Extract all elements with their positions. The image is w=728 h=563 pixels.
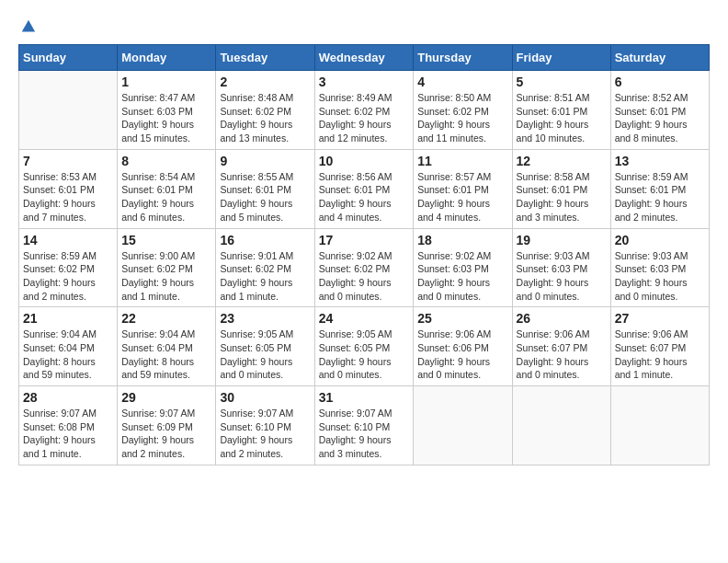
calendar-cell: 28Sunrise: 9:07 AMSunset: 6:08 PMDayligh… <box>19 386 118 465</box>
day-number: 30 <box>220 390 310 405</box>
calendar-cell: 30Sunrise: 9:07 AMSunset: 6:10 PMDayligh… <box>216 386 314 465</box>
calendar-cell: 29Sunrise: 9:07 AMSunset: 6:09 PMDayligh… <box>118 386 216 465</box>
day-info: Sunrise: 8:59 AMSunset: 6:01 PMDaylight:… <box>615 170 705 224</box>
calendar-cell: 5Sunrise: 8:51 AMSunset: 6:01 PMDaylight… <box>512 71 610 150</box>
calendar-cell: 2Sunrise: 8:48 AMSunset: 6:02 PMDaylight… <box>216 71 314 150</box>
calendar-cell: 22Sunrise: 9:04 AMSunset: 6:04 PMDayligh… <box>118 307 216 386</box>
day-info: Sunrise: 9:07 AMSunset: 6:10 PMDaylight:… <box>319 407 410 461</box>
day-info: Sunrise: 9:06 AMSunset: 6:07 PMDaylight:… <box>615 327 705 382</box>
calendar-cell: 12Sunrise: 8:58 AMSunset: 6:01 PMDayligh… <box>512 149 610 228</box>
day-number: 1 <box>121 75 211 89</box>
day-number: 25 <box>417 311 507 326</box>
logo <box>18 18 37 35</box>
day-number: 2 <box>220 75 310 89</box>
page-header <box>18 18 710 35</box>
calendar-cell <box>414 386 512 465</box>
day-number: 3 <box>319 75 410 89</box>
day-number: 18 <box>417 233 507 247</box>
calendar-cell: 6Sunrise: 8:52 AMSunset: 6:01 PMDaylight… <box>610 71 709 150</box>
day-header-saturday: Saturday <box>610 45 709 71</box>
day-info: Sunrise: 9:02 AMSunset: 6:02 PMDaylight:… <box>319 249 410 304</box>
day-number: 23 <box>220 311 310 326</box>
day-info: Sunrise: 8:50 AMSunset: 6:02 PMDaylight:… <box>417 91 507 145</box>
calendar-cell: 25Sunrise: 9:06 AMSunset: 6:06 PMDayligh… <box>414 307 512 386</box>
logo-icon <box>20 18 37 35</box>
day-header-sunday: Sunday <box>19 45 118 71</box>
day-number: 15 <box>121 233 211 247</box>
day-info: Sunrise: 9:07 AMSunset: 6:08 PMDaylight:… <box>23 407 113 461</box>
day-number: 7 <box>23 154 113 168</box>
day-number: 9 <box>220 154 310 168</box>
day-number: 24 <box>319 311 410 326</box>
day-number: 6 <box>615 75 705 89</box>
day-info: Sunrise: 8:59 AMSunset: 6:02 PMDaylight:… <box>23 249 113 304</box>
day-info: Sunrise: 9:04 AMSunset: 6:04 PMDaylight:… <box>121 327 211 382</box>
calendar-cell: 24Sunrise: 9:05 AMSunset: 6:05 PMDayligh… <box>314 307 414 386</box>
calendar-cell <box>610 386 709 465</box>
calendar-cell: 3Sunrise: 8:49 AMSunset: 6:02 PMDaylight… <box>314 71 414 150</box>
calendar-cell: 26Sunrise: 9:06 AMSunset: 6:07 PMDayligh… <box>512 307 610 386</box>
day-number: 8 <box>121 154 211 168</box>
day-number: 5 <box>517 75 607 89</box>
calendar-cell: 13Sunrise: 8:59 AMSunset: 6:01 PMDayligh… <box>610 149 709 228</box>
day-info: Sunrise: 9:05 AMSunset: 6:05 PMDaylight:… <box>319 327 410 382</box>
day-number: 22 <box>121 311 211 326</box>
day-info: Sunrise: 9:05 AMSunset: 6:05 PMDaylight:… <box>220 327 310 382</box>
day-number: 13 <box>615 154 705 168</box>
day-info: Sunrise: 8:49 AMSunset: 6:02 PMDaylight:… <box>319 91 410 145</box>
day-number: 17 <box>319 233 410 247</box>
calendar-cell: 23Sunrise: 9:05 AMSunset: 6:05 PMDayligh… <box>216 307 314 386</box>
day-number: 4 <box>417 75 507 89</box>
calendar-cell: 4Sunrise: 8:50 AMSunset: 6:02 PMDaylight… <box>414 71 512 150</box>
day-info: Sunrise: 8:52 AMSunset: 6:01 PMDaylight:… <box>615 91 705 145</box>
day-info: Sunrise: 9:07 AMSunset: 6:09 PMDaylight:… <box>121 407 211 461</box>
calendar-cell: 10Sunrise: 8:56 AMSunset: 6:01 PMDayligh… <box>314 149 414 228</box>
day-info: Sunrise: 9:03 AMSunset: 6:03 PMDaylight:… <box>517 249 607 304</box>
day-info: Sunrise: 9:02 AMSunset: 6:03 PMDaylight:… <box>417 249 507 304</box>
day-number: 16 <box>220 233 310 247</box>
calendar-cell: 1Sunrise: 8:47 AMSunset: 6:03 PMDaylight… <box>118 71 216 150</box>
day-number: 28 <box>23 390 113 405</box>
calendar-cell <box>512 386 610 465</box>
calendar-cell <box>19 71 118 150</box>
day-info: Sunrise: 8:48 AMSunset: 6:02 PMDaylight:… <box>220 91 310 145</box>
day-info: Sunrise: 9:04 AMSunset: 6:04 PMDaylight:… <box>23 327 113 382</box>
day-info: Sunrise: 9:00 AMSunset: 6:02 PMDaylight:… <box>121 249 211 304</box>
day-header-thursday: Thursday <box>414 45 512 71</box>
day-info: Sunrise: 9:03 AMSunset: 6:03 PMDaylight:… <box>615 249 705 304</box>
calendar-cell: 20Sunrise: 9:03 AMSunset: 6:03 PMDayligh… <box>610 228 709 307</box>
day-number: 27 <box>615 311 705 326</box>
day-number: 10 <box>319 154 410 168</box>
day-number: 14 <box>23 233 113 247</box>
calendar-cell: 31Sunrise: 9:07 AMSunset: 6:10 PMDayligh… <box>314 386 414 465</box>
calendar-table: SundayMondayTuesdayWednesdayThursdayFrid… <box>18 44 710 465</box>
svg-marker-0 <box>22 20 35 32</box>
day-info: Sunrise: 8:58 AMSunset: 6:01 PMDaylight:… <box>517 170 607 224</box>
day-header-monday: Monday <box>118 45 216 71</box>
day-info: Sunrise: 8:54 AMSunset: 6:01 PMDaylight:… <box>121 170 211 224</box>
day-number: 12 <box>517 154 607 168</box>
day-info: Sunrise: 9:07 AMSunset: 6:10 PMDaylight:… <box>220 407 310 461</box>
day-info: Sunrise: 8:56 AMSunset: 6:01 PMDaylight:… <box>319 170 410 224</box>
calendar-cell: 14Sunrise: 8:59 AMSunset: 6:02 PMDayligh… <box>19 228 118 307</box>
day-info: Sunrise: 9:06 AMSunset: 6:07 PMDaylight:… <box>517 327 607 382</box>
calendar-cell: 21Sunrise: 9:04 AMSunset: 6:04 PMDayligh… <box>19 307 118 386</box>
day-number: 20 <box>615 233 705 247</box>
day-info: Sunrise: 8:55 AMSunset: 6:01 PMDaylight:… <box>220 170 310 224</box>
calendar-cell: 17Sunrise: 9:02 AMSunset: 6:02 PMDayligh… <box>314 228 414 307</box>
day-info: Sunrise: 9:06 AMSunset: 6:06 PMDaylight:… <box>417 327 507 382</box>
day-info: Sunrise: 8:57 AMSunset: 6:01 PMDaylight:… <box>417 170 507 224</box>
day-info: Sunrise: 8:53 AMSunset: 6:01 PMDaylight:… <box>23 170 113 224</box>
day-number: 11 <box>417 154 507 168</box>
calendar-header: SundayMondayTuesdayWednesdayThursdayFrid… <box>19 45 710 71</box>
calendar-cell: 18Sunrise: 9:02 AMSunset: 6:03 PMDayligh… <box>414 228 512 307</box>
day-number: 26 <box>517 311 607 326</box>
day-number: 31 <box>319 390 410 405</box>
calendar-cell: 15Sunrise: 9:00 AMSunset: 6:02 PMDayligh… <box>118 228 216 307</box>
calendar-cell: 11Sunrise: 8:57 AMSunset: 6:01 PMDayligh… <box>414 149 512 228</box>
calendar-cell: 8Sunrise: 8:54 AMSunset: 6:01 PMDaylight… <box>118 149 216 228</box>
calendar-cell: 7Sunrise: 8:53 AMSunset: 6:01 PMDaylight… <box>19 149 118 228</box>
day-info: Sunrise: 9:01 AMSunset: 6:02 PMDaylight:… <box>220 249 310 304</box>
day-info: Sunrise: 8:47 AMSunset: 6:03 PMDaylight:… <box>121 91 211 145</box>
day-number: 29 <box>121 390 211 405</box>
